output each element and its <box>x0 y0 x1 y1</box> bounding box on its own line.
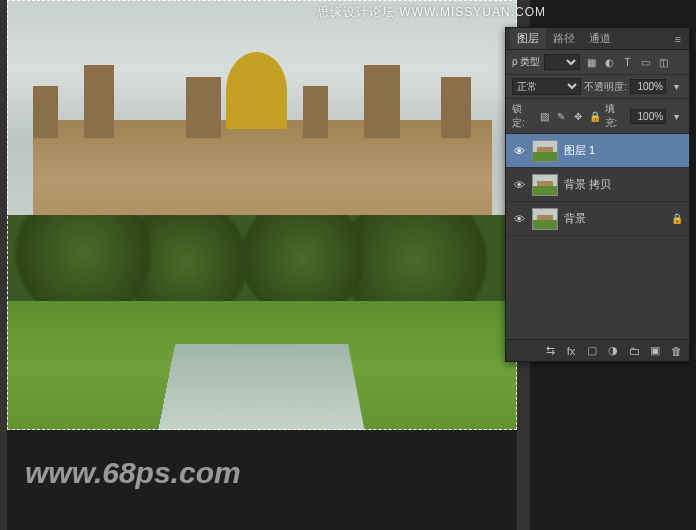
layers-list[interactable]: 👁 图层 1 👁 背景 拷贝 👁 背景 🔒 <box>506 134 689 339</box>
layer-name[interactable]: 背景 拷贝 <box>564 177 611 192</box>
image-tower <box>33 86 59 138</box>
layer-name[interactable]: 图层 1 <box>564 143 595 158</box>
layer-row[interactable]: 👁 图层 1 <box>506 134 689 168</box>
mask-icon[interactable]: ▢ <box>585 344 599 358</box>
lock-move-icon[interactable]: ✥ <box>572 110 585 123</box>
fx-icon[interactable]: fx <box>564 344 578 358</box>
image-dome <box>226 52 287 129</box>
lock-all-icon[interactable]: 🔒 <box>589 110 602 123</box>
filter-kind-select[interactable] <box>544 54 580 70</box>
watermark-top: 思缘设计论坛 WWW.MISSYUAN.COM <box>317 4 546 21</box>
visibility-eye-icon[interactable]: 👁 <box>512 178 526 192</box>
layer-row[interactable]: 👁 背景 拷贝 <box>506 168 689 202</box>
new-layer-icon[interactable]: ▣ <box>648 344 662 358</box>
fill-label: 填充: <box>605 102 628 130</box>
layer-thumbnail[interactable] <box>532 174 558 196</box>
layer-thumbnail[interactable] <box>532 140 558 162</box>
tab-channels[interactable]: 路径 <box>546 28 582 49</box>
chevron-down-icon[interactable]: ▾ <box>669 109 683 123</box>
image-tower <box>303 86 329 138</box>
watermark-68ps: www.68ps.com <box>25 456 241 490</box>
image-water <box>158 344 366 430</box>
filter-pixel-icon[interactable]: ▦ <box>584 55 598 69</box>
filter-kind-label: ρ 类型 <box>512 55 540 69</box>
panel-menu-icon[interactable]: ≡ <box>671 33 685 45</box>
layers-panel: 图层 路径 通道 ≡ ρ 类型 ▦ ◐ T ▭ ◫ 正常 不透明度: ▾ 锁定:… <box>505 27 690 362</box>
link-layers-icon[interactable]: ⇆ <box>543 344 557 358</box>
blend-mode-select[interactable]: 正常 <box>512 78 581 95</box>
opacity-input[interactable] <box>630 79 666 94</box>
panel-footer: ⇆ fx ▢ ◑ 🗀 ▣ 🗑 <box>506 339 689 361</box>
image-tower <box>186 77 222 137</box>
filter-shape-icon[interactable]: ▭ <box>638 55 652 69</box>
panel-tabs: 图层 路径 通道 ≡ <box>506 28 689 50</box>
layer-row[interactable]: 👁 背景 🔒 <box>506 202 689 236</box>
lock-brush-icon[interactable]: ✎ <box>555 110 568 123</box>
layer-name[interactable]: 背景 <box>564 211 586 226</box>
lock-row: 锁定: ▨ ✎ ✥ 🔒 填充: ▾ <box>506 99 689 134</box>
filter-adjust-icon[interactable]: ◐ <box>602 55 616 69</box>
visibility-eye-icon[interactable]: 👁 <box>512 212 526 226</box>
visibility-eye-icon[interactable]: 👁 <box>512 144 526 158</box>
trash-icon[interactable]: 🗑 <box>669 344 683 358</box>
tab-layers[interactable]: 图层 <box>510 28 546 49</box>
lock-transparent-icon[interactable]: ▨ <box>538 110 551 123</box>
image-tower <box>441 77 472 137</box>
canvas-area: www.68ps.com <box>0 0 530 530</box>
blend-mode-row: 正常 不透明度: ▾ <box>506 75 689 99</box>
layer-filter-row: ρ 类型 ▦ ◐ T ▭ ◫ <box>506 50 689 75</box>
layer-thumbnail[interactable] <box>532 208 558 230</box>
adjustment-icon[interactable]: ◑ <box>606 344 620 358</box>
opacity-label: 不透明度: <box>584 80 627 94</box>
filter-type-icon[interactable]: T <box>620 55 634 69</box>
chevron-down-icon[interactable]: ▾ <box>669 80 683 94</box>
lock-indicator-icon: 🔒 <box>671 213 683 224</box>
image-tower <box>364 65 400 138</box>
document-image[interactable] <box>7 0 517 430</box>
group-icon[interactable]: 🗀 <box>627 344 641 358</box>
lock-label: 锁定: <box>512 102 535 130</box>
fill-input[interactable] <box>630 109 666 124</box>
tab-paths[interactable]: 通道 <box>582 28 618 49</box>
filter-smart-icon[interactable]: ◫ <box>656 55 670 69</box>
image-tower <box>84 65 115 138</box>
image-trees <box>7 215 517 310</box>
